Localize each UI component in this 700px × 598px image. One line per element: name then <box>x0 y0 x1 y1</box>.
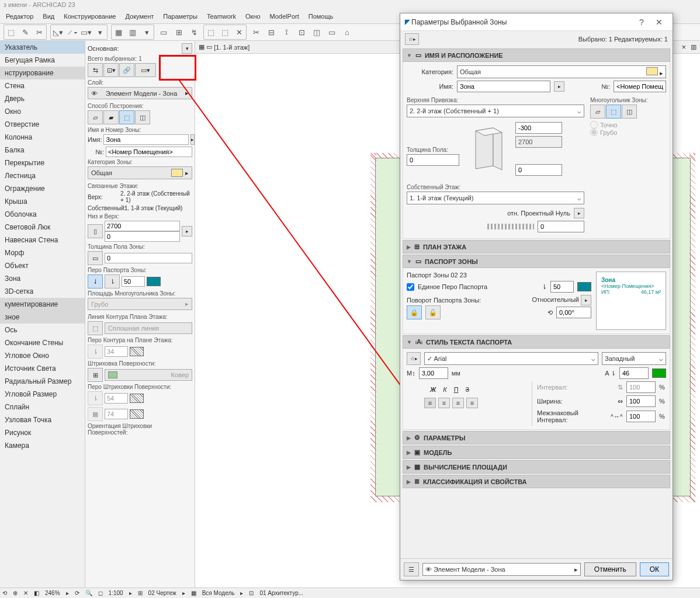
bold-btn[interactable]: Ж <box>430 386 436 393</box>
single-pen-checkbox[interactable]: Единое Перо Паспорта ⇂ <box>407 281 591 293</box>
geom-method-btn[interactable]: ◫ <box>135 110 150 124</box>
tool-btn[interactable]: ✕ <box>232 25 246 39</box>
layer-dropdown[interactable]: Элемент Модели - Зона▸ <box>88 87 192 99</box>
geom-method-btn[interactable]: ⬚ <box>119 110 134 124</box>
width-input[interactable] <box>626 395 656 407</box>
tab-list-btn[interactable]: ▥ <box>691 43 696 51</box>
tool-shell[interactable]: Оболочка <box>0 208 85 221</box>
status-icon[interactable]: ◧ <box>34 590 39 596</box>
tool-btn[interactable]: ▾ <box>93 25 107 39</box>
arrow-btn[interactable]: ▸ <box>190 134 195 145</box>
pen-swatch[interactable] <box>130 394 144 403</box>
align-left-btn[interactable]: ≡ <box>424 398 436 408</box>
layer-combo[interactable]: 01 Архитектур... <box>259 590 303 596</box>
tool-btn[interactable]: ⟋▾ <box>65 25 79 39</box>
section-zone-stamp[interactable]: ▼▭ПАСПОРТ ЗОНЫ <box>403 255 670 268</box>
bottom-offset-input[interactable] <box>515 164 562 176</box>
pen-btn[interactable]: ⇂ <box>105 274 120 288</box>
help-button[interactable]: ? <box>633 14 650 30</box>
tool-figure[interactable]: Рисунок <box>0 426 85 439</box>
rotate-mode-btn[interactable]: 🔓 <box>425 305 441 319</box>
tool-door[interactable]: Дверь <box>0 92 85 105</box>
tool-skylight[interactable]: Световой Люк <box>0 221 85 234</box>
info-btn[interactable]: ⇆ <box>88 63 103 77</box>
zone-number-input[interactable] <box>614 81 666 92</box>
tool-btn[interactable]: ▦ <box>112 25 126 39</box>
tool-btn[interactable]: ⟟ <box>279 25 293 39</box>
layer-select[interactable]: Элемент Модели - Зона▸ <box>422 563 581 576</box>
pen-swatch[interactable] <box>130 347 144 356</box>
height-top-input[interactable] <box>105 221 180 231</box>
category-dropdown[interactable]: Общая▸ <box>88 166 192 179</box>
zoom-value[interactable]: 246% <box>45 590 60 596</box>
status-icon[interactable]: ✕ <box>23 590 28 596</box>
project-zero-input[interactable] <box>538 221 584 232</box>
cancel-button[interactable]: Отменить <box>584 562 636 576</box>
top-offset-input[interactable] <box>515 122 562 134</box>
section-name-location[interactable]: ▼▭ИМЯ И РАСПОЛОЖЕНИЕ <box>403 48 670 62</box>
tool-opening[interactable]: Отверстие <box>0 118 85 131</box>
tool-btn[interactable]: ⊟ <box>264 25 278 39</box>
tool-btn[interactable]: ✂ <box>32 25 46 39</box>
info-btn[interactable]: ⊡▾ <box>103 63 119 77</box>
tool-slab[interactable]: Перекрытие <box>0 157 85 169</box>
group-header-more[interactable]: зное <box>0 311 85 324</box>
tool-mesh[interactable]: 3D-сетка <box>0 285 85 298</box>
favorite-btn[interactable]: ☆▸ <box>407 352 421 365</box>
close-tab-btn[interactable]: × <box>681 43 686 51</box>
tool-btn[interactable]: ▥ <box>126 25 140 39</box>
infobox-menu-btn[interactable]: ▾ <box>182 43 192 54</box>
tool-lamp[interactable]: Источник Света <box>0 362 85 375</box>
arrow-btn[interactable]: ▸ <box>182 226 192 237</box>
hatch-pen-input[interactable] <box>105 409 128 419</box>
underline-btn[interactable]: П <box>454 386 459 393</box>
height-bottom-input[interactable] <box>105 231 180 242</box>
tool-wall[interactable]: Стена <box>0 79 85 92</box>
tool-column[interactable]: Колонна <box>0 131 85 144</box>
status-icon[interactable]: ◻ <box>98 590 103 596</box>
tool-btn[interactable]: ⬚ <box>4 25 18 39</box>
menu-item[interactable]: Конструирование <box>64 13 116 22</box>
poly-area-dropdown[interactable]: Грубо▸ <box>88 298 192 310</box>
zone-name-input[interactable] <box>457 81 550 92</box>
arrow-btn[interactable]: ▸ <box>554 81 564 92</box>
menu-item[interactable]: Вид <box>43 13 54 22</box>
zone-name-input[interactable] <box>103 134 189 145</box>
document-tab[interactable]: [1. 1-й этаж] <box>214 44 249 51</box>
geom-method-btn[interactable]: ▰ <box>103 110 119 124</box>
status-icon[interactable]: ⟳ <box>75 590 79 596</box>
align-right-btn[interactable]: ≡ <box>452 398 464 408</box>
outline-pen-input[interactable] <box>105 346 128 357</box>
font-select[interactable]: ✓ Arial⌵ <box>424 352 598 365</box>
italic-btn[interactable]: К <box>443 386 446 393</box>
own-story-select[interactable]: 1. 1-й этаж (Текущий)⌵ <box>407 192 584 204</box>
group-header-document[interactable]: кументирование <box>0 298 85 311</box>
group-header-design[interactable]: нструирование <box>0 67 85 79</box>
tool-zone[interactable]: Зона <box>0 272 85 285</box>
tool-window[interactable]: Окно <box>0 105 85 118</box>
tool-btn[interactable]: ⌂ <box>340 25 354 39</box>
menu-item[interactable]: Окно <box>245 13 261 22</box>
pen-swatch[interactable] <box>130 409 144 419</box>
tool-btn[interactable]: ▾ <box>140 25 154 39</box>
menu-item[interactable]: ModelPort <box>270 13 299 22</box>
menu-item[interactable]: Teamwork <box>207 13 236 22</box>
tool-btn[interactable]: ◫ <box>310 25 324 39</box>
tool-btn[interactable]: ✂ <box>249 25 263 39</box>
tool-btn[interactable]: ↯ <box>187 25 201 39</box>
favorite-button[interactable]: ☆▸ <box>405 33 419 45</box>
tool-spline[interactable]: Сплайн <box>0 401 85 413</box>
tool-marquee[interactable]: Бегущая Рамка <box>0 54 85 67</box>
poly-method-btn[interactable]: ◫ <box>622 105 637 119</box>
status-icon[interactable]: ⊕ <box>13 590 18 596</box>
dialog-title-bar[interactable]: ◤ Параметры Выбранной Зоны ? ✕ <box>400 13 673 31</box>
scale-value[interactable]: 1:100 <box>109 590 123 596</box>
poly-method-btn[interactable]: ⬚ <box>606 105 621 119</box>
tool-angle-dim[interactable]: Угловой Размер <box>0 388 85 401</box>
tool-btn[interactable]: ✎ <box>18 25 32 39</box>
hatch-toggle[interactable]: ⊞ <box>88 368 103 382</box>
stamp-pen-input[interactable] <box>550 281 574 293</box>
category-select[interactable]: Общая ▸ <box>457 65 666 78</box>
tool-radial-dim[interactable]: Радиальный Размер <box>0 375 85 388</box>
tool-railing[interactable]: Ограждение <box>0 182 85 195</box>
